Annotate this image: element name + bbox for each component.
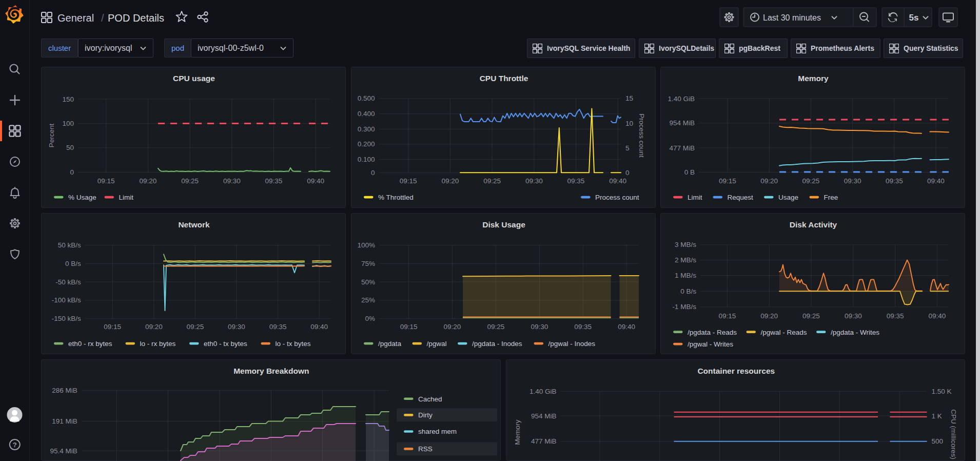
svg-text:954 MiB: 954 MiB [669,119,695,127]
svg-text:09:20: 09:20 [442,177,459,185]
svg-text:-100 kB/s: -100 kB/s [52,296,81,304]
svg-text:50: 50 [66,144,74,151]
svg-text:lo - tx bytes: lo - tx bytes [276,340,311,348]
svg-text:09:25: 09:25 [181,177,199,185]
svg-text:09:25: 09:25 [483,177,501,185]
svg-text:/: / [101,12,104,24]
svg-text:09:20: 09:20 [145,323,163,331]
svg-text:/pgwal - Inodes: /pgwal - Inodes [548,340,596,348]
svg-text:286 MiB: 286 MiB [52,387,77,394]
svg-text:Container resources: Container resources [697,367,775,375]
svg-text:09:20: 09:20 [760,177,778,185]
svg-text:Memory: Memory [513,419,521,445]
svg-text:09:30: 09:30 [223,177,241,185]
svg-text:Limit: Limit [688,194,702,201]
svg-text:0.100: 0.100 [358,156,375,163]
svg-text:50%: 50% [361,278,375,286]
svg-text:1 MB/s: 1 MB/s [675,272,696,279]
svg-text:Dirty: Dirty [418,411,433,419]
svg-text:Memory: Memory [798,74,829,83]
svg-text:09:30: 09:30 [844,177,861,185]
svg-text:477 MiB: 477 MiB [531,437,556,445]
svg-text:09:40: 09:40 [927,177,945,185]
svg-text:5s: 5s [909,13,919,23]
svg-text:Usage: Usage [778,194,798,201]
svg-text:75%: 75% [361,260,375,267]
svg-text:10: 10 [625,120,633,127]
svg-text:09:25: 09:25 [187,323,204,331]
svg-text:0 B: 0 B [684,168,695,176]
svg-text:50 kB/s: 50 kB/s [58,241,81,249]
svg-text:/pgwal - Writes: /pgwal - Writes [688,340,733,348]
svg-text:09:35: 09:35 [574,323,592,331]
svg-text:Free: Free [824,194,838,201]
svg-text:Disk Activity: Disk Activity [790,220,837,229]
svg-text:eth0 - tx bytes: eth0 - tx bytes [204,340,247,348]
svg-text:Limit: Limit [119,194,134,201]
svg-text:09:15: 09:15 [719,312,736,320]
svg-text:RSS: RSS [418,445,433,453]
svg-text:09:30: 09:30 [525,177,543,185]
svg-text:Process count: Process count [595,194,639,201]
svg-text:0 B/s: 0 B/s [680,287,696,295]
svg-text:Network: Network [178,220,210,229]
svg-text:09:25: 09:25 [487,323,505,331]
svg-text:eth0 - rx bytes: eth0 - rx bytes [68,340,112,348]
svg-text:09:30: 09:30 [845,312,862,320]
svg-text:CPU usage: CPU usage [173,74,215,83]
svg-text:shared mem: shared mem [418,428,457,435]
svg-text:5: 5 [625,144,630,152]
svg-text:09:40: 09:40 [310,323,328,331]
svg-text:-50 kB/s: -50 kB/s [55,278,81,286]
svg-text:0.300: 0.300 [358,125,375,133]
svg-text:100: 100 [62,120,74,127]
svg-text:Last 30 minutes: Last 30 minutes [763,13,821,22]
svg-text:Disk Usage: Disk Usage [482,220,525,229]
svg-text:500: 500 [931,437,943,445]
svg-text:09:15: 09:15 [719,177,736,185]
svg-text:% Usage: % Usage [68,194,96,201]
svg-text:09:40: 09:40 [929,312,946,320]
svg-text:477 MiB: 477 MiB [669,144,695,152]
svg-text:09:20: 09:20 [760,312,778,320]
svg-text:/pgwal - Reads: /pgwal - Reads [761,329,807,336]
svg-text:1 K: 1 K [931,412,942,420]
svg-text:09:35: 09:35 [567,177,585,185]
svg-text:Request: Request [728,194,754,201]
svg-text:09:40: 09:40 [609,177,626,185]
svg-text:09:15: 09:15 [97,177,115,185]
svg-text:Memory Breakdown: Memory Breakdown [233,367,309,375]
svg-text:09:25: 09:25 [802,177,820,185]
svg-text:CPU Throttle: CPU Throttle [480,74,528,83]
svg-text:0 B/s: 0 B/s [65,260,81,267]
svg-text:09:35: 09:35 [887,312,904,320]
svg-text:-150 kB/s: -150 kB/s [52,315,81,322]
svg-text:3 MB/s: 3 MB/s [675,241,696,248]
svg-text:2 MB/s: 2 MB/s [675,256,696,264]
svg-text:0.500: 0.500 [358,94,375,102]
svg-text:/pgdata - Reads: /pgdata - Reads [688,329,737,336]
svg-text:09:20: 09:20 [444,323,461,331]
svg-text:0.400: 0.400 [358,110,375,118]
svg-text:09:40: 09:40 [618,323,635,331]
svg-text:09:25: 09:25 [802,312,820,320]
svg-text:09:35: 09:35 [265,177,283,185]
svg-text:0%: 0% [365,315,375,322]
svg-text:General: General [57,12,94,24]
svg-text:0: 0 [625,169,630,177]
svg-text:0.200: 0.200 [358,140,375,148]
svg-text:-1 MB/s: -1 MB/s [672,303,696,311]
svg-text:150: 150 [62,95,74,103]
svg-text:09:15: 09:15 [104,323,121,331]
svg-text:Process count: Process count [638,113,645,158]
svg-text:Cached: Cached [418,395,442,403]
svg-text:?: ? [13,441,17,449]
svg-text:1.40 GiB: 1.40 GiB [668,95,695,103]
svg-text:95.4 MiB: 95.4 MiB [50,447,77,455]
svg-text:0: 0 [371,169,375,177]
svg-text:09:20: 09:20 [140,177,157,185]
svg-text:1.40 GiB: 1.40 GiB [529,388,556,395]
svg-text:/pgwal: /pgwal [427,340,447,348]
svg-text:POD Details: POD Details [108,12,164,24]
svg-text:191 MiB: 191 MiB [52,417,77,425]
